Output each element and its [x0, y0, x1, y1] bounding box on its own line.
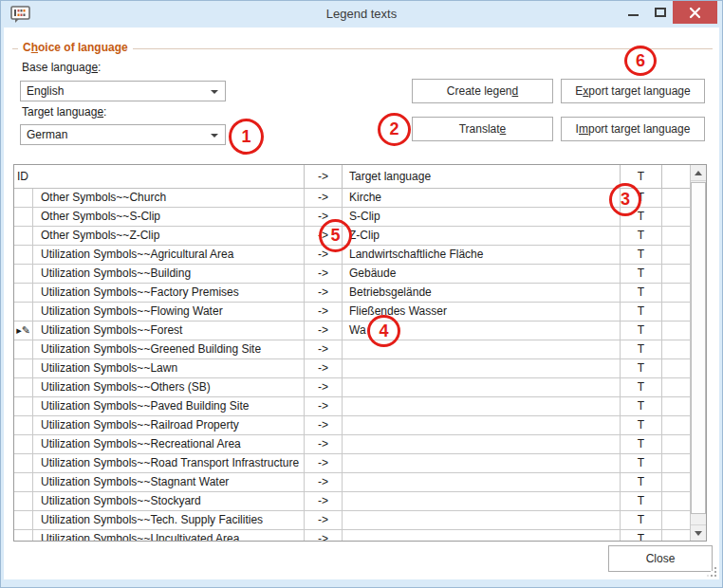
- t-cell[interactable]: T: [621, 511, 662, 529]
- id-cell[interactable]: Utilization Symbols~~Recreational Area: [33, 435, 305, 453]
- t-cell[interactable]: T: [621, 322, 662, 340]
- close-window-button[interactable]: [673, 1, 717, 24]
- id-cell[interactable]: Utilization Symbols~~Road Transport Infr…: [33, 454, 305, 472]
- t-cell[interactable]: T: [621, 492, 662, 510]
- target-language-cell[interactable]: [343, 359, 621, 377]
- t-cell[interactable]: T: [621, 208, 662, 226]
- arrow-cell: ->: [305, 208, 343, 226]
- base-language-select[interactable]: English: [20, 81, 226, 101]
- target-language-cell[interactable]: [343, 473, 621, 491]
- t-cell[interactable]: T: [621, 246, 662, 264]
- target-language-cell[interactable]: [343, 378, 621, 396]
- vertical-scrollbar[interactable]: [690, 165, 706, 541]
- id-cell[interactable]: Utilization Symbols~~Stockyard: [33, 492, 305, 510]
- row-selector-cell[interactable]: [14, 208, 33, 226]
- filler-cell: [662, 473, 690, 491]
- row-selector-cell[interactable]: [14, 416, 33, 434]
- id-cell[interactable]: Other Symbols~~S-Clip: [33, 208, 305, 226]
- row-selector-cell[interactable]: [14, 397, 33, 415]
- id-cell[interactable]: Utilization Symbols~~Agricultural Area: [33, 246, 305, 264]
- t-cell[interactable]: T: [621, 189, 662, 207]
- target-language-cell[interactable]: Gebäude: [343, 265, 621, 283]
- t-cell[interactable]: T: [621, 397, 662, 415]
- id-cell[interactable]: Other Symbols~~Z-Clip: [33, 227, 305, 245]
- target-language-select[interactable]: German: [20, 124, 226, 145]
- target-language-cell[interactable]: [343, 416, 621, 434]
- row-selector-cell[interactable]: [14, 492, 33, 510]
- resize-grip[interactable]: [707, 567, 717, 578]
- id-cell[interactable]: Utilization Symbols~~Others (SB): [33, 378, 305, 396]
- target-language-cell[interactable]: Fließendes Wasser: [343, 303, 621, 321]
- id-cell[interactable]: Utilization Symbols~~Flowing Water: [33, 303, 305, 321]
- maximize-button[interactable]: [647, 1, 674, 26]
- id-cell[interactable]: Utilization Symbols~~Factory Premises: [33, 284, 305, 302]
- t-cell[interactable]: T: [621, 303, 662, 321]
- row-selector-cell[interactable]: [14, 227, 33, 245]
- id-cell[interactable]: Other Symbols~~Church: [33, 189, 305, 207]
- header-target-language: Target language: [343, 165, 621, 188]
- export-target-language-button[interactable]: Export target language: [561, 79, 705, 103]
- row-selector-cell[interactable]: [14, 454, 33, 472]
- t-cell[interactable]: T: [621, 340, 662, 358]
- scrollbar-thumb[interactable]: [691, 182, 706, 514]
- target-language-cell[interactable]: [343, 340, 621, 358]
- target-language-cell[interactable]: [343, 530, 621, 541]
- t-cell[interactable]: T: [621, 530, 662, 541]
- id-cell[interactable]: Utilization Symbols~~Stagnant Water: [33, 473, 305, 491]
- row-selector-cell[interactable]: [14, 303, 33, 321]
- target-language-cell[interactable]: Kirche: [343, 189, 621, 207]
- id-cell[interactable]: Utilization Symbols~~Paved Building Site: [33, 397, 305, 415]
- row-selector-cell[interactable]: [14, 246, 33, 264]
- row-selector-cell[interactable]: [14, 189, 33, 207]
- filler-cell: [662, 397, 690, 415]
- translate-button[interactable]: Translate: [412, 117, 553, 141]
- target-language-cell[interactable]: [343, 492, 621, 510]
- close-button[interactable]: Close: [608, 545, 713, 572]
- target-language-cell[interactable]: [343, 454, 621, 472]
- row-selector-cell[interactable]: [14, 473, 33, 491]
- target-language-cell[interactable]: Landwirtschaftliche Fläche: [343, 246, 621, 264]
- row-selector-cell[interactable]: [14, 378, 33, 396]
- id-cell[interactable]: Utilization Symbols~~Tech. Supply Facili…: [33, 511, 305, 529]
- filler-cell: [662, 340, 690, 358]
- scroll-up-button[interactable]: [691, 165, 706, 181]
- t-cell[interactable]: T: [621, 473, 662, 491]
- row-selector-cell[interactable]: [14, 265, 33, 283]
- arrow-cell: ->: [305, 322, 343, 340]
- row-selector-cell[interactable]: ▸✎: [14, 322, 33, 340]
- row-selector-cell[interactable]: [14, 359, 33, 377]
- id-cell[interactable]: Utilization Symbols~~Forest: [33, 322, 305, 340]
- id-cell[interactable]: Utilization Symbols~~Lawn: [33, 359, 305, 377]
- minimize-button[interactable]: [621, 1, 647, 26]
- t-cell[interactable]: T: [621, 416, 662, 434]
- target-language-cell[interactable]: [343, 511, 621, 529]
- target-language-cell[interactable]: [343, 435, 621, 453]
- target-language-cell[interactable]: Betriebsgelände: [343, 284, 621, 302]
- id-cell[interactable]: Utilization Symbols~~Railroad Property: [33, 416, 305, 434]
- create-legend-button[interactable]: Create legend: [412, 79, 553, 103]
- t-cell[interactable]: T: [621, 284, 662, 302]
- t-cell[interactable]: T: [621, 435, 662, 453]
- t-cell[interactable]: T: [621, 227, 662, 245]
- target-language-value: German: [27, 128, 67, 141]
- row-selector-cell[interactable]: [14, 435, 33, 453]
- t-cell[interactable]: T: [621, 265, 662, 283]
- row-selector-cell[interactable]: [14, 284, 33, 302]
- arrow-cell: ->: [305, 397, 343, 415]
- arrow-cell: ->: [305, 265, 343, 283]
- id-cell[interactable]: Utilization Symbols~~Uncultivated Area: [33, 530, 305, 541]
- target-language-cell[interactable]: S-Clip: [343, 208, 621, 226]
- target-language-cell[interactable]: Z-Clip: [343, 227, 621, 245]
- row-selector-cell[interactable]: [14, 530, 33, 541]
- target-language-cell[interactable]: Wa: [343, 322, 621, 340]
- id-cell[interactable]: Utilization Symbols~~Greened Building Si…: [33, 340, 305, 358]
- id-cell[interactable]: Utilization Symbols~~Building: [33, 265, 305, 283]
- t-cell[interactable]: T: [621, 454, 662, 472]
- t-cell[interactable]: T: [621, 378, 662, 396]
- row-selector-cell[interactable]: [14, 340, 33, 358]
- import-target-language-button[interactable]: Import target language: [561, 117, 705, 141]
- row-selector-cell[interactable]: [14, 511, 33, 529]
- t-cell[interactable]: T: [621, 359, 662, 377]
- target-language-cell[interactable]: [343, 397, 621, 415]
- scroll-down-button[interactable]: [691, 524, 706, 541]
